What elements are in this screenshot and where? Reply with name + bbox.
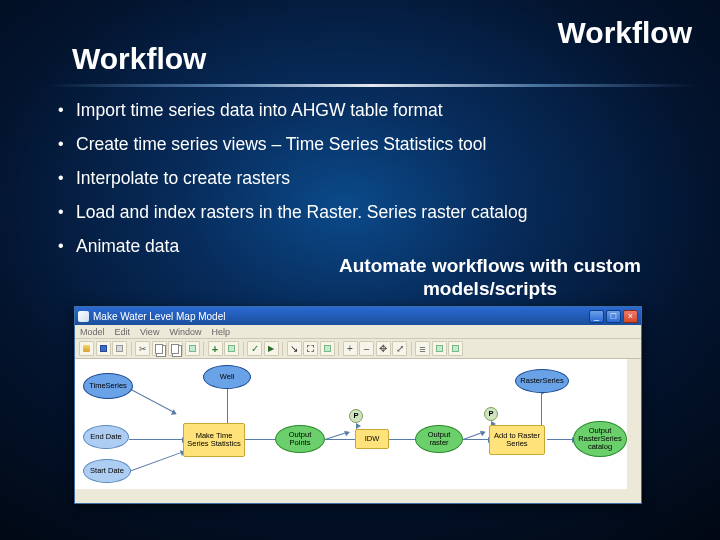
connector <box>245 439 277 440</box>
connector <box>547 439 573 440</box>
tool-icon[interactable] <box>432 341 447 356</box>
window-title: Make Water Level Map Model <box>93 311 225 322</box>
node-well[interactable]: Well <box>203 365 251 389</box>
node-precondition[interactable]: P <box>349 409 363 423</box>
toolbar-separator <box>411 342 412 356</box>
bullet-list: Import time series data into AHGW table … <box>58 100 680 269</box>
connector <box>129 439 183 440</box>
connect-icon[interactable] <box>287 341 302 356</box>
node-raster-series[interactable]: RasterSeries <box>515 369 569 393</box>
validate-icon[interactable] <box>247 341 262 356</box>
slide-title-left: Workflow <box>72 42 206 76</box>
bullet-item: Interpolate to create rasters <box>58 168 680 190</box>
toolbar-separator <box>282 342 283 356</box>
modelbuilder-window: Make Water Level Map Model _ □ × Model E… <box>74 306 642 504</box>
slide-title-right: Workflow <box>558 16 692 50</box>
tool-icon[interactable] <box>448 341 463 356</box>
bullet-item: Import time series data into AHGW table … <box>58 100 680 122</box>
zoom-in-icon[interactable] <box>343 341 358 356</box>
copy-icon[interactable] <box>152 341 167 356</box>
menubar: Model Edit View Window Help <box>75 325 641 339</box>
select-icon[interactable] <box>303 341 318 356</box>
vertical-scrollbar[interactable] <box>627 359 641 503</box>
model-canvas[interactable]: TimeSeries Well End Date Start Date Make… <box>75 359 641 503</box>
node-output-rs-catalog[interactable]: Output RasterSeries catalog <box>573 421 627 457</box>
bullet-item: Load and index rasters in the Raster. Se… <box>58 202 680 224</box>
window-controls: _ □ × <box>589 310 638 323</box>
window-titlebar[interactable]: Make Water Level Map Model _ □ × <box>75 307 641 325</box>
canvas-content: TimeSeries Well End Date Start Date Make… <box>75 359 627 489</box>
full-extent-icon[interactable] <box>392 341 407 356</box>
app-icon <box>78 311 89 322</box>
toolbar-separator <box>243 342 244 356</box>
minimize-button[interactable]: _ <box>589 310 604 323</box>
node-output-raster[interactable]: Output raster <box>415 425 463 453</box>
print-icon[interactable] <box>112 341 127 356</box>
node-output-points[interactable]: Output Points <box>275 425 325 453</box>
title-underline <box>48 84 696 87</box>
automate-line2: models/scripts <box>423 278 557 299</box>
menu-item[interactable]: Window <box>169 327 201 337</box>
save-icon[interactable] <box>96 341 111 356</box>
connector <box>131 389 174 412</box>
pan-icon[interactable] <box>376 341 391 356</box>
menu-item[interactable]: View <box>140 327 159 337</box>
open-icon[interactable] <box>79 341 94 356</box>
bullet-item: Create time series views – Time Series S… <box>58 134 680 156</box>
menu-item[interactable]: Help <box>211 327 230 337</box>
run-icon[interactable] <box>264 341 279 356</box>
connector <box>541 391 542 429</box>
label-icon[interactable] <box>320 341 335 356</box>
node-add-to-raster-series[interactable]: Add to Raster Series <box>489 425 545 455</box>
cut-icon[interactable] <box>135 341 150 356</box>
horizontal-scrollbar[interactable] <box>75 489 641 503</box>
add-tool-icon[interactable] <box>224 341 239 356</box>
connector <box>463 439 489 440</box>
menu-item[interactable]: Model <box>80 327 105 337</box>
node-idw[interactable]: IDW <box>355 429 389 449</box>
toolbar-separator <box>131 342 132 356</box>
node-time-series[interactable]: TimeSeries <box>83 373 133 399</box>
delete-icon[interactable] <box>185 341 200 356</box>
toolbar <box>75 339 641 359</box>
node-make-ts-stats[interactable]: Make Time Series Statistics <box>183 423 245 457</box>
connector <box>129 452 182 472</box>
connector <box>387 439 417 440</box>
connector <box>325 439 357 440</box>
maximize-button[interactable]: □ <box>606 310 621 323</box>
automate-line1: Automate workflows with custom <box>339 255 641 276</box>
auto-layout-icon[interactable] <box>415 341 430 356</box>
paste-icon[interactable] <box>168 341 183 356</box>
node-precondition[interactable]: P <box>484 407 498 421</box>
node-end-date[interactable]: End Date <box>83 425 129 449</box>
zoom-out-icon[interactable] <box>359 341 374 356</box>
add-data-icon[interactable] <box>208 341 223 356</box>
menu-item[interactable]: Edit <box>115 327 131 337</box>
close-button[interactable]: × <box>623 310 638 323</box>
automate-caption: Automate workflows with custom models/sc… <box>300 255 680 301</box>
node-start-date[interactable]: Start Date <box>83 459 131 483</box>
toolbar-separator <box>203 342 204 356</box>
toolbar-separator <box>338 342 339 356</box>
